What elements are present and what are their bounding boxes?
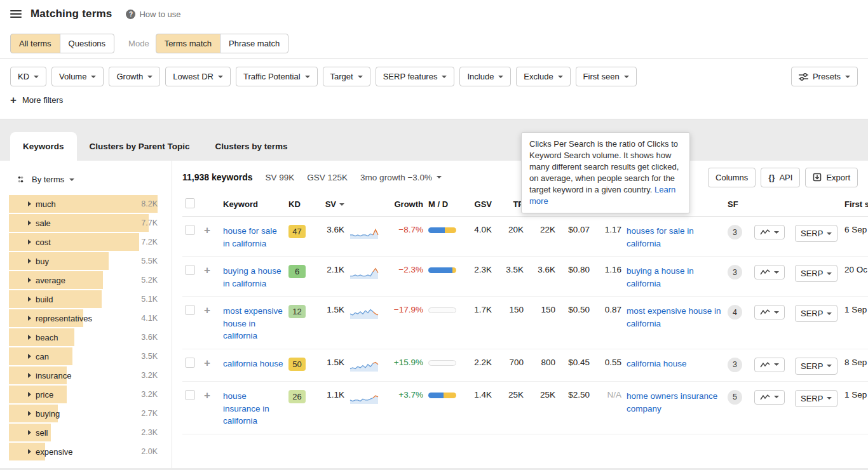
sidebar-term-item[interactable]: average5.2K xyxy=(9,271,158,290)
tab-terms-match[interactable]: Terms match xyxy=(156,34,220,53)
position-history-button[interactable] xyxy=(754,390,785,405)
more-filters-button[interactable]: + More filters xyxy=(10,95,63,105)
parent-topic-link[interactable]: houses for sale in california xyxy=(627,225,722,250)
position-history-button[interactable] xyxy=(754,225,785,239)
filter-volume[interactable]: Volume xyxy=(51,67,104,86)
keyword-link[interactable]: california house xyxy=(223,358,283,370)
serp-button[interactable]: SERP xyxy=(795,225,837,242)
tab-clusters-by-parent-topic[interactable]: Clusters by Parent Topic xyxy=(77,132,203,161)
sidebar-term-item[interactable]: buy5.5K xyxy=(9,252,158,271)
serp-button[interactable]: SERP xyxy=(795,390,837,407)
position-history-button[interactable] xyxy=(754,358,785,372)
add-keyword-icon[interactable]: + xyxy=(204,357,210,369)
sidebar-term-item[interactable]: much8.2K xyxy=(9,194,158,213)
add-keyword-icon[interactable]: + xyxy=(204,389,210,401)
tp-value: 150 xyxy=(494,297,526,349)
row-checkbox[interactable] xyxy=(185,225,195,235)
cpc-value: $0.45 xyxy=(558,349,592,381)
gsv-value: 1.4K xyxy=(463,381,494,434)
api-button[interactable]: {} API xyxy=(761,168,800,187)
filter-exclude[interactable]: Exclude xyxy=(516,67,570,86)
chevron-down-icon xyxy=(498,76,503,78)
col-header-first-seen[interactable]: First seen xyxy=(842,192,868,217)
kd-badge: 6 xyxy=(288,265,306,278)
how-to-use-link[interactable]: ? How to use xyxy=(126,10,180,19)
sidebar-term-item[interactable]: cost7.2K xyxy=(9,232,158,252)
filter-kd[interactable]: KD xyxy=(10,67,46,86)
sidebar-term-item[interactable]: build5.1K xyxy=(9,290,158,309)
filter-label: Target xyxy=(330,72,353,81)
select-all-checkbox[interactable] xyxy=(185,198,195,208)
filter-first-seen[interactable]: First seen xyxy=(576,67,637,86)
tab-clusters-by-terms[interactable]: Clusters by terms xyxy=(203,132,301,161)
add-keyword-icon[interactable]: + xyxy=(204,224,210,236)
expand-arrow-icon xyxy=(28,220,31,225)
term-label: much xyxy=(9,199,56,209)
sidebar-term-item[interactable]: sell2.3K xyxy=(9,423,158,442)
col-header-growth[interactable]: Growth xyxy=(384,192,426,217)
sidebar-term-item[interactable]: price3.2K xyxy=(9,385,158,404)
keyword-link[interactable]: most expensive house in california xyxy=(223,305,283,342)
tab-questions[interactable]: Questions xyxy=(60,34,115,53)
filter-traffic-potential[interactable]: Traffic Potential xyxy=(236,67,318,86)
row-checkbox[interactable] xyxy=(185,265,195,275)
row-checkbox[interactable] xyxy=(185,358,195,368)
sidebar-term-item[interactable]: beach3.6K xyxy=(9,328,158,347)
col-header-gsv[interactable]: GSV xyxy=(463,192,494,217)
chevron-down-icon xyxy=(774,311,779,314)
sidebar-term-item[interactable]: sale7.7K xyxy=(9,213,158,232)
cps-value: N/A xyxy=(592,381,624,434)
serp-button[interactable]: SERP xyxy=(795,265,837,282)
filter-serp-features[interactable]: SERP features xyxy=(376,67,455,86)
chevron-down-icon xyxy=(358,76,363,78)
filter-include[interactable]: Include xyxy=(459,67,511,86)
gtp-value: 3.6K xyxy=(526,257,558,297)
first-seen-value: 1 Sep xyxy=(842,297,868,349)
filter-target[interactable]: Target xyxy=(323,67,370,86)
sidebar-term-item[interactable]: buying2.7K xyxy=(9,404,158,423)
sidebar-term-item[interactable]: expensive2.0K xyxy=(9,442,158,461)
add-keyword-icon[interactable]: + xyxy=(204,264,210,276)
sidebar-term-item[interactable]: representatives4.1K xyxy=(9,309,158,328)
col-header-md[interactable]: M / D xyxy=(426,192,463,217)
serp-button[interactable]: SERP xyxy=(795,305,837,322)
filter-lowest-dr[interactable]: Lowest DR xyxy=(165,67,231,86)
col-header-sf[interactable]: SF xyxy=(725,192,752,217)
filter-label: Traffic Potential xyxy=(243,72,301,81)
parent-topic-link[interactable]: california house xyxy=(627,358,687,370)
sidebar-term-item[interactable]: can3.5K xyxy=(9,347,158,366)
term-label: average xyxy=(9,276,65,285)
col-header-sv[interactable]: SV xyxy=(315,192,347,217)
presets-button[interactable]: Presets xyxy=(791,67,858,86)
col-header-kd[interactable]: KD xyxy=(286,192,315,217)
keyword-link[interactable]: house insurance in california xyxy=(223,390,283,427)
row-checkbox[interactable] xyxy=(185,390,195,400)
filter-growth[interactable]: Growth xyxy=(109,67,160,86)
keyword-link[interactable]: house for sale in california xyxy=(223,225,283,250)
search-volume-sparkline xyxy=(349,358,379,372)
position-history-button[interactable] xyxy=(754,265,785,279)
sidebar-term-item[interactable]: insurance3.2K xyxy=(9,366,158,385)
col-header-keyword[interactable]: Keyword xyxy=(220,192,286,217)
serp-button[interactable]: SERP xyxy=(795,358,837,375)
table-row: +house insurance in california261.1K+3.7… xyxy=(182,381,868,434)
add-keyword-icon[interactable]: + xyxy=(204,304,210,316)
growth-dropdown[interactable]: 3mo growth −3.0% xyxy=(360,173,442,182)
keyword-link[interactable]: buying a house in california xyxy=(223,265,283,290)
parent-topic-link[interactable]: buying a house in california xyxy=(627,265,722,290)
hamburger-menu-icon[interactable] xyxy=(10,10,22,18)
export-label: Export xyxy=(826,173,850,182)
tab-all-terms[interactable]: All terms xyxy=(10,34,60,53)
parent-topic-link[interactable]: most expensive house in california xyxy=(627,305,722,330)
tab-keywords[interactable]: Keywords xyxy=(10,132,77,161)
tab-phrase-match[interactable]: Phrase match xyxy=(220,34,288,53)
term-label: insurance xyxy=(9,371,71,380)
position-history-button[interactable] xyxy=(754,305,785,319)
serp-label: SERP xyxy=(801,269,823,278)
row-checkbox[interactable] xyxy=(185,305,195,315)
col-header-serp xyxy=(792,192,842,217)
parent-topic-link[interactable]: home owners insurance company xyxy=(627,390,722,415)
export-button[interactable]: Export xyxy=(805,168,858,187)
columns-button[interactable]: Columns xyxy=(708,168,756,187)
by-terms-dropdown[interactable]: By terms xyxy=(9,175,172,184)
